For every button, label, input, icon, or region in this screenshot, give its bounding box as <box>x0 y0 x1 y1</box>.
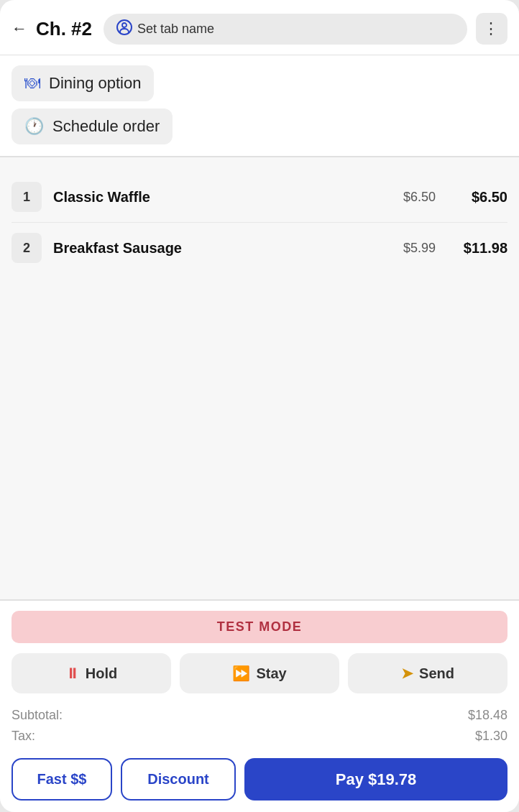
header: ← Ch. #2 Set tab name ⋮ <box>0 0 519 55</box>
stay-button[interactable]: ⏩ Stay <box>180 653 339 693</box>
set-tab-button[interactable]: Set tab name <box>104 14 467 45</box>
schedule-order-button[interactable]: 🕐 Schedule order <box>12 109 173 144</box>
action-buttons: ⏸ Hold ⏩ Stay ➤ Send <box>12 653 507 693</box>
item-quantity: 2 <box>12 233 42 263</box>
send-button[interactable]: ➤ Send <box>348 653 507 693</box>
back-button[interactable]: ← <box>12 19 27 38</box>
set-tab-label: Set tab name <box>137 22 214 37</box>
hold-button[interactable]: ⏸ Hold <box>12 653 171 693</box>
table-row[interactable]: 1 Classic Waffle $6.50 $6.50 <box>12 172 507 223</box>
schedule-icon: 🕐 <box>24 117 44 136</box>
pay-buttons: Fast $$ Discount Pay $19.78 <box>12 758 507 801</box>
fast-pay-button[interactable]: Fast $$ <box>12 758 112 801</box>
svg-point-1 <box>122 23 127 27</box>
subtotal-label: Subtotal: <box>12 708 63 723</box>
pay-button[interactable]: Pay $19.78 <box>244 758 507 801</box>
item-total-price: $11.98 <box>450 240 507 257</box>
hold-icon: ⏸ <box>65 665 80 682</box>
item-quantity: 1 <box>12 182 42 212</box>
phone-container: ← Ch. #2 Set tab name ⋮ 🍽 Dining option … <box>0 0 519 812</box>
item-name: Breakfast Sausage <box>53 240 403 257</box>
test-mode-banner: TEST MODE <box>12 611 507 643</box>
tax-row: Tax: $1.30 <box>12 726 507 747</box>
discount-button[interactable]: Discount <box>121 758 236 801</box>
item-total-price: $6.50 <box>450 189 507 206</box>
subtotal-value: $18.48 <box>468 708 507 723</box>
schedule-order-label: Schedule order <box>52 117 160 136</box>
dining-icon: 🍽 <box>24 74 40 93</box>
item-unit-price: $6.50 <box>403 190 436 205</box>
table-row[interactable]: 2 Breakfast Sausage $5.99 $11.98 <box>12 223 507 273</box>
tax-value: $1.30 <box>475 729 507 744</box>
item-name: Classic Waffle <box>53 189 403 206</box>
person-icon <box>116 19 132 39</box>
stay-label: Stay <box>256 665 286 682</box>
page-title: Ch. #2 <box>36 18 92 40</box>
bottom-section: TEST MODE ⏸ Hold ⏩ Stay ➤ Send Subtotal:… <box>0 601 519 812</box>
more-options-button[interactable]: ⋮ <box>476 13 507 45</box>
totals: Subtotal: $18.48 Tax: $1.30 <box>12 705 507 747</box>
order-section: 1 Classic Waffle $6.50 $6.50 2 Breakfast… <box>0 157 519 601</box>
hold-label: Hold <box>86 665 117 682</box>
send-icon: ➤ <box>401 665 413 682</box>
options-section: 🍽 Dining option 🕐 Schedule order <box>0 55 519 157</box>
more-icon: ⋮ <box>483 19 500 38</box>
dining-option-label: Dining option <box>49 74 141 93</box>
subtotal-row: Subtotal: $18.48 <box>12 705 507 726</box>
send-label: Send <box>419 665 454 682</box>
dining-option-button[interactable]: 🍽 Dining option <box>12 65 154 101</box>
stay-icon: ⏩ <box>232 665 250 682</box>
tax-label: Tax: <box>12 729 35 744</box>
test-mode-label: TEST MODE <box>217 619 303 634</box>
item-unit-price: $5.99 <box>403 241 436 256</box>
